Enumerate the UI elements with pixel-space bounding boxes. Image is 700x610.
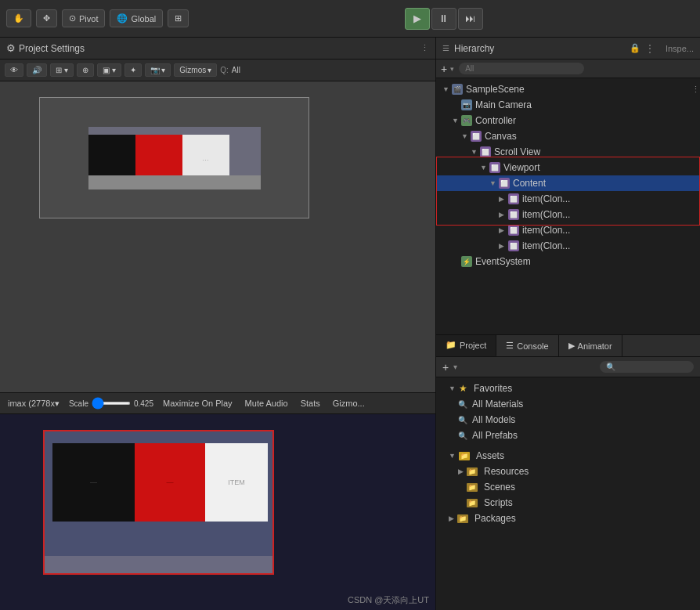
pivot-label: Pivot bbox=[79, 14, 98, 23]
tree-label-content: Content bbox=[513, 178, 546, 189]
resources-folder[interactable]: ▶ 📁 Resources bbox=[436, 464, 700, 479]
scene-toolbar: 👁 🔊 ⊞ ▾ ⊕ ▣ ▾ ✦ 📷 ▾ Gizmos ▾ Q: All bbox=[0, 60, 435, 81]
transform-button[interactable]: ⊕ bbox=[77, 63, 94, 77]
gizmos-button[interactable]: Gizmos ▾ bbox=[174, 63, 217, 77]
tree-item-item-clon-1[interactable]: ▶ ⬜ item(Clon... bbox=[436, 191, 700, 207]
all-models-item[interactable]: 🔍 All Models bbox=[436, 412, 700, 428]
camera-icon: 📷 bbox=[461, 99, 472, 110]
tree-item-samplescene[interactable]: ▼ 🎬 SampleScene ⋮ bbox=[436, 81, 700, 97]
packages-label: Packages bbox=[474, 513, 516, 524]
resolution-selector[interactable]: imax (2778x▾ bbox=[5, 397, 63, 410]
tree-item-item-clon-2[interactable]: ▶ ⬜ item(Clon... bbox=[436, 207, 700, 222]
all-prefabs-label: All Prefabs bbox=[472, 430, 518, 441]
animator-tab-icon: ▶ bbox=[568, 341, 575, 351]
scenes-folder[interactable]: ▶ 📁 Scenes bbox=[436, 479, 700, 495]
gizmos-arrow: ▾ bbox=[207, 66, 211, 74]
game-box: — — ITEM bbox=[43, 430, 274, 575]
arrow-scroll-view: ▼ bbox=[471, 148, 480, 156]
tree-item-canvas[interactable]: ▼ ⬜ Canvas bbox=[436, 128, 700, 144]
hierarchy-dots-btn[interactable]: ⋮ bbox=[645, 43, 655, 54]
game-red-label: — bbox=[167, 478, 174, 486]
favorites-folder[interactable]: ▼ ★ Favorites bbox=[436, 381, 700, 396]
fx-button[interactable]: ✦ bbox=[124, 63, 142, 77]
pivot-button[interactable]: ⊙ Pivot bbox=[62, 9, 105, 27]
scenes-folder-icon: 📁 bbox=[467, 483, 478, 492]
mute-audio-btn[interactable]: Mute Audio bbox=[242, 397, 291, 410]
hand-tool-button[interactable]: ✋ bbox=[6, 9, 31, 27]
assets-arrow: ▼ bbox=[449, 452, 456, 460]
content-icon: ⬜ bbox=[499, 178, 510, 189]
gizmos-game-btn[interactable]: Gizmo... bbox=[330, 397, 368, 410]
render-button[interactable]: ▣ ▾ bbox=[97, 63, 121, 77]
arrow-viewport: ▼ bbox=[480, 164, 489, 171]
stats-btn[interactable]: Stats bbox=[298, 397, 323, 410]
item-clon-3-icon: ⬜ bbox=[508, 225, 519, 236]
packages-folder[interactable]: ▶ 📁 Packages bbox=[436, 511, 700, 526]
scripts-folder[interactable]: ▶ 📁 Scripts bbox=[436, 495, 700, 511]
scene-icon: 🎬 bbox=[452, 84, 463, 95]
tree-item-controller[interactable]: ▼ 🎮 Controller bbox=[436, 113, 700, 128]
game-items-row: — — ITEM bbox=[52, 443, 268, 522]
hierarchy-add-btn[interactable]: + bbox=[441, 63, 447, 75]
maximize-on-play-btn[interactable]: Maximize On Play bbox=[160, 397, 236, 410]
global-label: Global bbox=[131, 14, 156, 23]
scene-panel-title: Project Settings bbox=[19, 43, 85, 54]
camera-button[interactable]: 📷 ▾ bbox=[145, 63, 171, 77]
right-panel: ☰ Hierarchy 🔒 ⋮ Inspe... + ▾ ▼ 🎬 bbox=[435, 38, 700, 610]
hierarchy-search-input[interactable] bbox=[459, 63, 584, 74]
tree-item-item-clon-4[interactable]: ▶ ⬜ item(Clon... bbox=[436, 238, 700, 254]
packages-folder-icon: 📁 bbox=[457, 514, 468, 523]
pause-button[interactable]: ⏸ bbox=[431, 8, 456, 30]
tab-animator[interactable]: ▶ Animator bbox=[559, 335, 622, 356]
project-chevron-btn[interactable]: ▾ bbox=[453, 363, 457, 371]
project-add-btn[interactable]: + bbox=[442, 361, 449, 374]
tree-label-controller: Controller bbox=[475, 115, 516, 126]
scene-scrollbar bbox=[88, 175, 261, 189]
tree-label-item-clon-2: item(Clon... bbox=[522, 209, 570, 220]
step-button[interactable]: ⏭ bbox=[458, 8, 483, 30]
all-materials-label: All Materials bbox=[472, 399, 523, 410]
scale-control: Scale 0.425 bbox=[69, 399, 153, 408]
hierarchy-lock-btn[interactable]: 🔒 bbox=[630, 43, 640, 53]
tree-item-item-clon-3[interactable]: ▶ ⬜ item(Clon... bbox=[436, 222, 700, 238]
eye-button[interactable]: 👁 bbox=[5, 63, 23, 77]
assets-folder[interactable]: ▼ 📁 Assets bbox=[436, 448, 700, 464]
hierarchy-panel: ☰ Hierarchy 🔒 ⋮ Inspe... + ▾ ▼ 🎬 bbox=[436, 38, 700, 335]
all-materials-item[interactable]: 🔍 All Materials bbox=[436, 396, 700, 412]
tree-item-scroll-view[interactable]: ▼ ⬜ Scroll View bbox=[436, 144, 700, 160]
arrow-controller: ▼ bbox=[452, 117, 461, 125]
global-icon: 🌐 bbox=[117, 13, 128, 23]
grid-button[interactable]: ⊞ bbox=[168, 9, 189, 27]
all-prefabs-item[interactable]: 🔍 All Prefabs bbox=[436, 428, 700, 443]
top-toolbar: ✋ ✥ ⊙ Pivot 🌐 Global ⊞ ▶ ⏸ ⏭ bbox=[0, 0, 700, 38]
tab-project[interactable]: 📁 Project bbox=[436, 335, 496, 356]
console-tab-icon: ☰ bbox=[506, 341, 514, 351]
global-button[interactable]: 🌐 Global bbox=[110, 9, 163, 27]
hierarchy-chevron[interactable]: ▾ bbox=[450, 65, 454, 73]
scale-slider-input[interactable] bbox=[92, 402, 131, 405]
hierarchy-tree: ▼ 🎬 SampleScene ⋮ ▶ 📷 Main Camera ▼ 🎮 Co… bbox=[436, 78, 700, 334]
main-area: ⚙ Project Settings ⋮ 👁 🔊 ⊞ ▾ ⊕ ▣ ▾ ✦ 📷 ▾… bbox=[0, 38, 700, 610]
scene-panel-menu[interactable]: ⋮ bbox=[420, 43, 429, 53]
game-view: — — ITEM CSDN @天添向上UT bbox=[0, 414, 435, 610]
scene-menu-btn[interactable]: ⋮ bbox=[691, 85, 700, 95]
tree-item-main-camera[interactable]: ▶ 📷 Main Camera bbox=[436, 97, 700, 113]
audio-button[interactable]: 🔊 bbox=[27, 63, 47, 77]
play-button[interactable]: ▶ bbox=[405, 8, 430, 30]
tree-item-eventsystem[interactable]: ▶ ⚡ EventSystem bbox=[436, 254, 700, 269]
tab-console[interactable]: ☰ Console bbox=[496, 335, 558, 356]
tree-item-content[interactable]: ▼ ⬜ Content bbox=[436, 175, 700, 191]
search-scene-label: Q: bbox=[220, 66, 229, 74]
favorites-star-icon: ★ bbox=[459, 383, 467, 394]
move-tool-button[interactable]: ✥ bbox=[36, 9, 57, 27]
animator-tab-label: Animator bbox=[578, 341, 612, 351]
tree-label-samplescene: SampleScene bbox=[466, 84, 525, 95]
item-clon-1-icon: ⬜ bbox=[508, 193, 519, 204]
resources-label: Resources bbox=[484, 466, 529, 477]
project-search-input[interactable] bbox=[600, 361, 694, 373]
scripts-label: Scripts bbox=[484, 497, 513, 508]
layers-button[interactable]: ⊞ ▾ bbox=[50, 63, 74, 77]
project-tab-label: Project bbox=[460, 341, 486, 350]
arrow-item-clon-4: ▶ bbox=[499, 242, 508, 250]
tree-item-viewport[interactable]: ▼ ⬜ Viewport bbox=[436, 160, 700, 175]
